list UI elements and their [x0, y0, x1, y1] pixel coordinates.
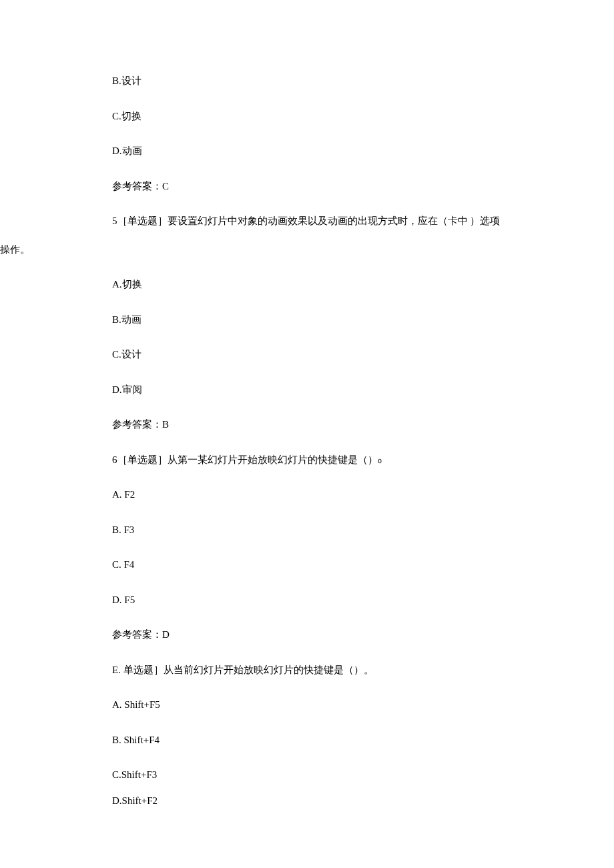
q5-option-a: A.切换	[0, 277, 614, 292]
q5-stem-part2: 操作。	[0, 242, 614, 258]
q5-answer: 参考答案：B	[0, 417, 614, 432]
q6-option-d: D. F5	[0, 592, 614, 608]
q4-option-d: D.动画	[0, 143, 614, 159]
q7-option-a: A. Shift+F5	[0, 697, 614, 713]
q6-answer: 参考答案：D	[0, 627, 614, 642]
q5-stem-part1: 5［单选题］要设置幻灯片中对象的动画效果以及动画的出现方式时，应在（卡中 ）选项	[79, 215, 500, 226]
q6-stem: 6［单选题］从第一某幻灯片开始放映幻灯片的快捷键是（）₀	[0, 452, 614, 468]
q7-option-b: B. Shift+F4	[0, 733, 614, 748]
q4-option-c: C.切换	[0, 109, 614, 124]
q6-option-a: A. F2	[0, 487, 614, 502]
q7-option-d: D.Shift+F2	[0, 793, 614, 809]
q5-option-c: C.设计	[0, 347, 614, 362]
q6-option-c: C. F4	[0, 557, 614, 572]
q7-option-c: C.Shift+F3	[0, 767, 614, 783]
q6-option-b: B. F3	[0, 522, 614, 538]
q7-stem: E. 单选题］从当前幻灯片开始放映幻灯片的快捷键是（）。	[0, 663, 614, 678]
q5-option-d: D.审阅	[0, 382, 614, 398]
q4-option-b: B.设计	[0, 73, 614, 89]
q5-option-b: B.动画	[0, 312, 614, 328]
q5-stem: 5［单选题］要设置幻灯片中对象的动画效果以及动画的出现方式时，应在（卡中 ）选项	[0, 213, 614, 229]
q4-answer: 参考答案：C	[0, 179, 614, 194]
